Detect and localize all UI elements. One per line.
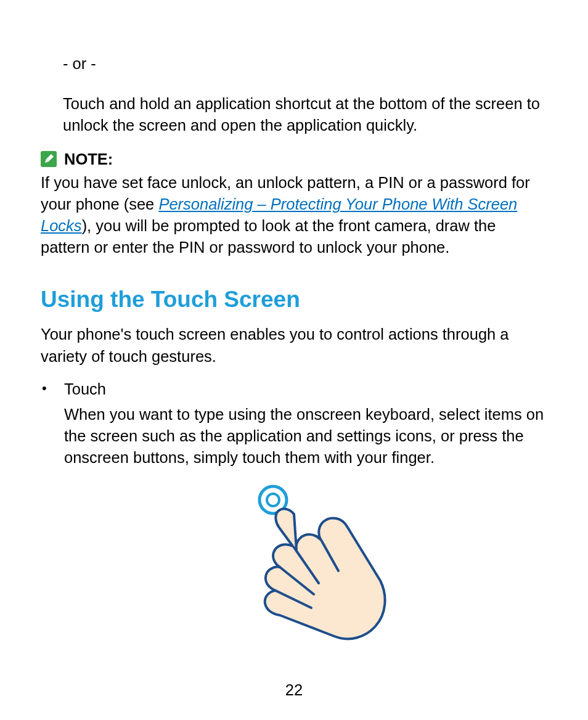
or-separator: - or - <box>63 53 547 75</box>
bullet-content: Touch When you want to type using the on… <box>64 378 547 469</box>
section-intro: Your phone's touch screen enables you to… <box>41 324 547 367</box>
hand-touch-icon <box>202 478 386 663</box>
unlock-instruction-paragraph: Touch and hold an application shortcut a… <box>63 93 547 136</box>
note-paragraph: If you have set face unlock, an unlock p… <box>41 172 547 259</box>
note-label: NOTE: <box>64 150 113 168</box>
page-number: 22 <box>0 681 588 699</box>
svg-point-2 <box>267 494 279 506</box>
section-heading: Using the Touch Screen <box>41 287 547 313</box>
pencil-note-icon <box>41 151 57 167</box>
bullet-body: When you want to type using the onscreen… <box>64 404 547 469</box>
bullet-marker: • <box>41 378 64 398</box>
bullet-item-touch: • Touch When you want to type using the … <box>41 378 547 469</box>
note-text-part2: ), you will be prompted to look at the f… <box>41 217 496 256</box>
document-page: - or - Touch and hold an application sho… <box>0 0 588 720</box>
bullet-title: Touch <box>64 378 547 400</box>
note-header-row: NOTE: <box>41 150 547 168</box>
touch-gesture-illustration <box>41 478 547 663</box>
